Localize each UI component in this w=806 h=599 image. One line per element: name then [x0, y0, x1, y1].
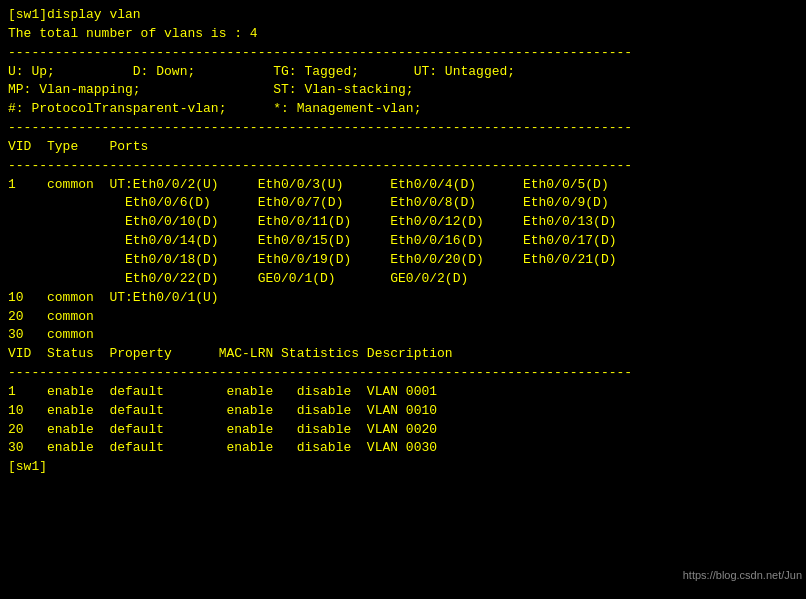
terminal-line: Eth0/0/10(D) Eth0/0/11(D) Eth0/0/12(D) E…: [8, 213, 798, 232]
terminal-output: [sw1]display vlanThe total number of vla…: [8, 6, 798, 477]
terminal-line: VID Type Ports: [8, 138, 798, 157]
terminal-line: MP: Vlan-mapping; ST: Vlan-stacking;: [8, 81, 798, 100]
terminal-line: 1 enable default enable disable VLAN 000…: [8, 383, 798, 402]
terminal-line: ----------------------------------------…: [8, 157, 798, 176]
terminal-line: [sw1]: [8, 458, 798, 477]
terminal-line: 20 enable default enable disable VLAN 00…: [8, 421, 798, 440]
terminal-line: ----------------------------------------…: [8, 119, 798, 138]
terminal-line: ----------------------------------------…: [8, 44, 798, 63]
terminal-line: 30 enable default enable disable VLAN 00…: [8, 439, 798, 458]
terminal-line: Eth0/0/22(D) GE0/0/1(D) GE0/0/2(D): [8, 270, 798, 289]
terminal-line: The total number of vlans is : 4: [8, 25, 798, 44]
terminal-line: Eth0/0/6(D) Eth0/0/7(D) Eth0/0/8(D) Eth0…: [8, 194, 798, 213]
terminal-line: U: Up; D: Down; TG: Tagged; UT: Untagged…: [8, 63, 798, 82]
terminal-line: #: ProtocolTransparent-vlan; *: Manageme…: [8, 100, 798, 119]
watermark: https://blog.csdn.net/Jun: [683, 569, 802, 581]
terminal-line: [sw1]display vlan: [8, 6, 798, 25]
terminal-line: 20 common: [8, 308, 798, 327]
terminal-line: 10 common UT:Eth0/0/1(U): [8, 289, 798, 308]
terminal-line: ----------------------------------------…: [8, 364, 798, 383]
terminal-window: [sw1]display vlanThe total number of vla…: [0, 0, 806, 599]
terminal-line: Eth0/0/14(D) Eth0/0/15(D) Eth0/0/16(D) E…: [8, 232, 798, 251]
terminal-line: 1 common UT:Eth0/0/2(U) Eth0/0/3(U) Eth0…: [8, 176, 798, 195]
terminal-line: Eth0/0/18(D) Eth0/0/19(D) Eth0/0/20(D) E…: [8, 251, 798, 270]
terminal-line: VID Status Property MAC-LRN Statistics D…: [8, 345, 798, 364]
terminal-line: 30 common: [8, 326, 798, 345]
terminal-line: 10 enable default enable disable VLAN 00…: [8, 402, 798, 421]
